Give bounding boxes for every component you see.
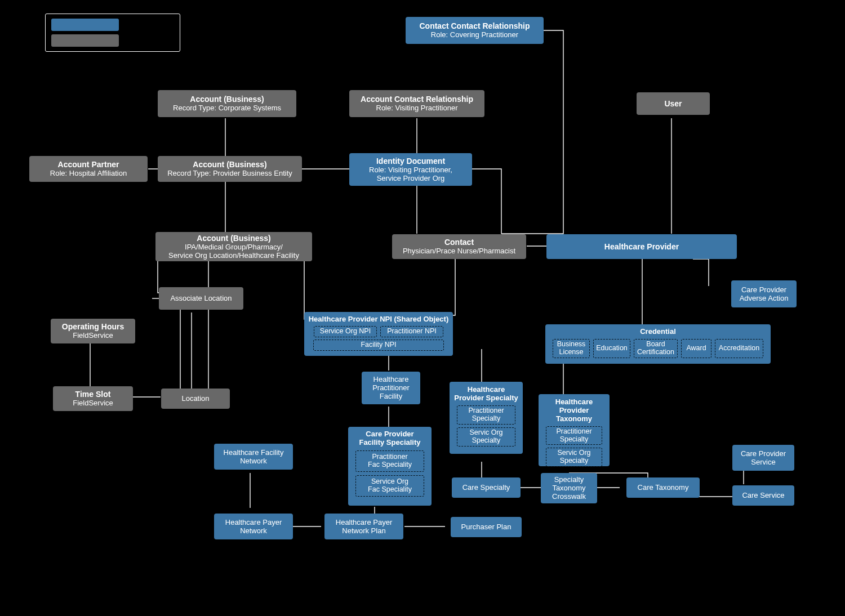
node-healthcare-practitioner-facility: Healthcare Practitioner Facility xyxy=(362,372,420,404)
node-user: User xyxy=(637,92,710,115)
node-care-provider-service: Care Provider Service xyxy=(732,445,794,471)
node-healthcare-payer-network: Healthcare Payer Network xyxy=(214,514,293,539)
node-care-specialty: Care Specialty xyxy=(452,477,521,498)
node-healthcare-facility-network: Healthcare Facility Network xyxy=(214,444,293,470)
node-credential: Credential Business License Education Bo… xyxy=(545,324,771,364)
node-contact: Contact Physician/Prace Nurse/Pharmacist xyxy=(392,234,526,259)
node-healthcare-provider-npi: Healthcare Provider NPI (Shared Object) … xyxy=(304,312,453,356)
legend-swatch-blue xyxy=(51,19,119,31)
subtitle: Role: Covering Practitioner xyxy=(431,31,518,39)
node-identity-document: Identity Document Role: Visiting Practit… xyxy=(349,153,472,186)
node-account-business-provider: Account (Business) Record Type: Provider… xyxy=(158,156,302,182)
node-account-contact-relationship: Account Contact Relationship Role: Visit… xyxy=(349,90,484,117)
node-care-provider-adverse-action: Care Provider Adverse Action xyxy=(731,280,797,307)
node-healthcare-provider: Healthcare Provider xyxy=(546,234,737,259)
node-associate-location: Associate Location xyxy=(159,287,243,310)
node-account-business-facility: Account (Business) IPA/Medical Group/Pha… xyxy=(155,232,312,261)
node-contact-contact-relationship: Contact Contact Relationship Role: Cover… xyxy=(406,17,544,44)
node-specialty-taxonomy-crosswalk: Specialty Taxonomy Crosswalk xyxy=(541,473,597,503)
node-operating-hours: Operating Hours FieldService xyxy=(51,319,135,343)
legend-swatch-gray xyxy=(51,34,119,47)
node-healthcare-payer-network-plan: Healthcare Payer Network Plan xyxy=(324,514,403,539)
node-healthcare-provider-specialty: Healthcare Provider Specialty Practition… xyxy=(450,382,523,454)
node-account-business-corporate: Account (Business) Record Type: Corporat… xyxy=(158,90,296,117)
legend xyxy=(45,14,180,52)
node-account-partner: Account Partner Role: Hospital Affiliati… xyxy=(29,156,148,182)
title: Contact Contact Relationship xyxy=(419,21,530,30)
node-care-service: Care Service xyxy=(732,485,794,506)
node-care-provider-facility-speciality: Care Provider Facility Speciality Practi… xyxy=(348,427,432,506)
node-healthcare-provider-taxonomy: Healthcare Provider Taxonomy Practitione… xyxy=(539,394,610,466)
node-time-slot: Time Slot FieldService xyxy=(53,386,133,411)
node-care-taxonomy: Care Taxonomy xyxy=(626,477,700,498)
node-location: Location xyxy=(161,389,230,409)
node-purchaser-plan: Purchaser Plan xyxy=(451,517,522,537)
